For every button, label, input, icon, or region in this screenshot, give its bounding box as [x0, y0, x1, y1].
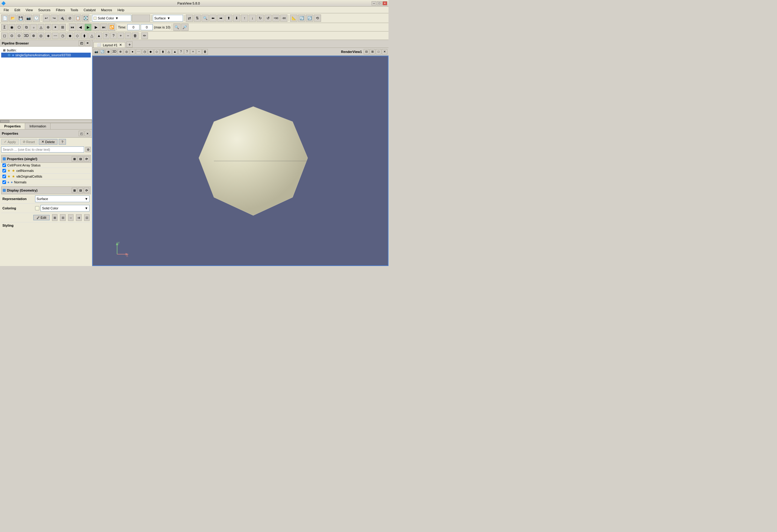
tab-properties[interactable]: Properties	[0, 123, 25, 129]
tb3-btn13[interactable]: △	[88, 32, 95, 39]
cell-normals-checkbox[interactable]	[2, 169, 6, 173]
tb2-btn7[interactable]: ⊕	[45, 24, 51, 30]
search-settings-button[interactable]: ⚙	[85, 147, 91, 152]
reset-button[interactable]: ⊘ Reset	[20, 139, 38, 145]
vt-btn11[interactable]: ◇	[154, 49, 159, 55]
tb3-btn9[interactable]: ◷	[59, 32, 66, 39]
vt-btn13[interactable]: △	[166, 49, 172, 55]
split-h-button[interactable]: ⊟	[364, 49, 369, 55]
menu-catalyst[interactable]: Catalyst	[81, 8, 98, 12]
time-value1[interactable]	[127, 24, 139, 30]
vt-btn19[interactable]: 🗑	[202, 49, 208, 55]
add-layout-button[interactable]: +	[126, 41, 132, 47]
cell-array-checkbox[interactable]	[2, 164, 6, 167]
vt-btn3[interactable]: ◉	[106, 49, 111, 55]
vt-btn6[interactable]: ◎	[124, 49, 129, 55]
edit-btn2[interactable]: ⊞	[52, 214, 58, 221]
surface-dropdown[interactable]: Surface ▼	[153, 15, 183, 21]
tb3-btn7[interactable]: ◈	[45, 32, 51, 39]
vt-btn12[interactable]: ⧫	[160, 49, 165, 55]
play-button[interactable]: ▶	[84, 24, 92, 31]
edit-btn4[interactable]: ↔	[68, 214, 74, 221]
pipeline-scrollbar[interactable]	[0, 119, 92, 123]
tb3-btn8[interactable]: ⋯	[52, 32, 59, 39]
vtk-original-checkbox[interactable]	[2, 175, 6, 178]
display-section-header[interactable]: Display (Geometry) ⊞ ⊟ ⟳	[1, 186, 91, 194]
recent-files-button[interactable]: 🕐	[33, 14, 40, 22]
tb3-btn18[interactable]: −	[125, 32, 131, 39]
help-button[interactable]: ?	[59, 139, 66, 145]
display-btn2[interactable]: ⊟	[78, 188, 83, 193]
layout-tab-1[interactable]: ⬜ Layout #1 ✕	[94, 42, 125, 47]
tb3-btn2[interactable]: ⊙	[8, 32, 15, 39]
representation-dropdown[interactable]: Surface ▼	[35, 196, 90, 202]
tb3-btn17[interactable]: +	[117, 32, 124, 39]
connect-button[interactable]: 🔌	[59, 14, 66, 22]
tb3-btn6[interactable]: ◎	[37, 32, 44, 39]
edit-coloring-button[interactable]: 🖉 Edit	[33, 215, 49, 220]
tb3-btn15[interactable]: ?	[103, 32, 110, 39]
menu-edit[interactable]: Edit	[12, 8, 23, 12]
pipeline-source-item[interactable]: ■ singleSphereAnimation_source93T00	[1, 52, 91, 58]
tb3-btn14[interactable]: ▲	[96, 32, 102, 39]
menu-tools[interactable]: Tools	[68, 8, 81, 12]
vt-btn7[interactable]: ●	[130, 49, 135, 55]
apply-button[interactable]: ✓ Apply	[1, 139, 19, 145]
coloring-dropdown[interactable]: Solid Color ▼	[40, 205, 90, 212]
view-btn4[interactable]: ⟲	[314, 14, 321, 22]
properties-section-header[interactable]: Properties (single!) ⊞ ⊟ ⟳	[1, 155, 91, 163]
transform-btn3[interactable]: 🔍	[202, 14, 209, 22]
next-frame-button[interactable]: ▶	[92, 24, 100, 31]
close-button[interactable]: ✕	[382, 1, 387, 5]
vt-btn18[interactable]: −	[196, 49, 202, 55]
tb2-btn6[interactable]: ◬	[37, 24, 44, 30]
color-dropdown[interactable]: Solid Color ▼	[92, 15, 131, 21]
transform-btn1[interactable]: ⇄	[186, 14, 193, 22]
minimize-button[interactable]: ─	[371, 1, 376, 5]
tb3-btn1[interactable]: ◻	[1, 32, 8, 39]
split-v-button[interactable]: ⊞	[370, 49, 375, 55]
tb3-btn10[interactable]: ◆	[67, 32, 73, 39]
time-value2[interactable]	[141, 24, 153, 30]
section-btn1[interactable]: ⊞	[72, 156, 77, 162]
tb3-btn19[interactable]: 🗑	[132, 32, 138, 39]
vt-btn2[interactable]: 🔄	[100, 49, 105, 55]
vt-btn17[interactable]: +	[190, 49, 196, 55]
save-screenshot-button[interactable]: 📷	[25, 14, 32, 22]
rotate-neg90[interactable]: -90	[280, 14, 288, 22]
first-frame-button[interactable]: ⏮	[69, 24, 76, 31]
transform-btn7[interactable]: ⬇	[233, 14, 240, 22]
vt-btn14[interactable]: ▲	[172, 49, 178, 55]
loop-button[interactable]: 🔁	[108, 24, 115, 31]
tb2-btn9[interactable]: ⊞	[59, 24, 66, 30]
vt-btn1[interactable]: 📷	[94, 49, 99, 55]
transform-btn2[interactable]: ⇅	[194, 14, 201, 22]
save-data-button[interactable]: 💾	[17, 14, 24, 22]
open-button[interactable]: 📂	[9, 14, 16, 22]
view-btn2[interactable]: 🔄	[298, 14, 305, 22]
view-btn3[interactable]: 🔃	[306, 14, 313, 22]
transform-btn5[interactable]: ➡	[217, 14, 224, 22]
maximize-view-button[interactable]: □	[376, 49, 381, 55]
tb2-btn1[interactable]: Σ	[1, 24, 8, 30]
rotate-cw[interactable]: ↻	[256, 14, 264, 22]
time-zoom-btn[interactable]: 🔎	[181, 24, 189, 31]
rotate-90[interactable]: +90	[272, 14, 280, 22]
props-dock-button[interactable]: ◰	[79, 131, 84, 136]
tb3-btn16[interactable]: ?	[110, 32, 117, 39]
tb2-btn5[interactable]: ⬦	[30, 24, 37, 30]
maximize-button[interactable]: □	[377, 1, 382, 5]
delete-button[interactable]: ✕ Delete	[39, 139, 58, 145]
transform-btn6[interactable]: ⬆	[225, 14, 232, 22]
vt-btn15[interactable]: ?	[178, 49, 184, 55]
undo-button[interactable]: ↩	[43, 14, 50, 22]
menu-help[interactable]: Help	[115, 8, 127, 12]
redo-button[interactable]: ↪	[50, 14, 58, 22]
display-btn1[interactable]: ⊞	[72, 188, 77, 193]
vt-btn16[interactable]: ?	[184, 49, 190, 55]
props-close-button[interactable]: ✕	[85, 131, 90, 136]
time-search-btn[interactable]: 🔍	[174, 24, 181, 31]
display-btn3[interactable]: ⟳	[84, 188, 89, 193]
pipeline-dock-button[interactable]: ◰	[79, 40, 84, 46]
vt-btn5[interactable]: ⊕	[118, 49, 123, 55]
